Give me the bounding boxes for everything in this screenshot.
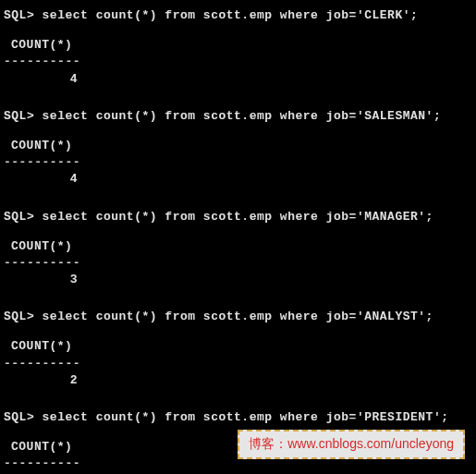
sql-query: select count(*) from scott.emp where job…	[43, 109, 442, 123]
sql-prompt: SQL>	[4, 8, 34, 22]
result-value-line: 2	[4, 372, 472, 389]
result-divider: ----------	[4, 255, 472, 272]
sql-line: SQL> select count(*) from scott.emp wher…	[4, 309, 472, 325]
query-block: SQL> select count(*) from scott.emp wher…	[4, 209, 472, 289]
sql-query: select count(*) from scott.emp where job…	[43, 210, 433, 224]
sql-prompt: SQL>	[4, 410, 34, 424]
result-value-line: 4	[4, 71, 472, 88]
column-header: COUNT(*)	[11, 37, 472, 54]
sql-query: select count(*) from scott.emp where job…	[43, 310, 433, 323]
result-value: 4	[4, 71, 78, 88]
sql-line: SQL> select count(*) from scott.emp wher…	[4, 209, 472, 225]
column-header: COUNT(*)	[11, 138, 472, 154]
result-value-line: 3	[4, 272, 472, 288]
sql-line: SQL> select count(*) from scott.emp wher…	[4, 409, 472, 426]
result-value-line: 4	[4, 171, 472, 188]
watermark: 博客：www.cnblogs.com/uncleyong	[238, 430, 465, 459]
sql-query: select count(*) from scott.emp where job…	[43, 8, 419, 22]
sql-prompt: SQL>	[4, 310, 34, 323]
sql-query: select count(*) from scott.emp where job…	[43, 410, 449, 424]
sql-prompt: SQL>	[4, 109, 34, 123]
query-block: SQL> select count(*) from scott.emp wher…	[4, 108, 472, 188]
result-divider: ----------	[4, 356, 472, 372]
result-value: 3	[4, 272, 78, 288]
query-block: SQL> select count(*) from scott.emp wher…	[4, 309, 472, 389]
sql-line: SQL> select count(*) from scott.emp wher…	[4, 108, 472, 125]
column-header: COUNT(*)	[11, 338, 472, 355]
result-divider: ----------	[4, 54, 472, 70]
result-divider: ----------	[4, 154, 472, 171]
terminal-output: SQL> select count(*) from scott.emp wher…	[4, 7, 472, 474]
result-value: 4	[4, 171, 78, 188]
sql-line: SQL> select count(*) from scott.emp wher…	[4, 7, 472, 24]
sql-prompt: SQL>	[4, 210, 34, 224]
result-value: 2	[4, 372, 78, 389]
query-block: SQL> select count(*) from scott.emp wher…	[4, 7, 472, 88]
watermark-label: 博客：	[249, 436, 287, 451]
watermark-url: www.cnblogs.com/uncleyong	[287, 436, 454, 451]
column-header: COUNT(*)	[11, 238, 472, 255]
